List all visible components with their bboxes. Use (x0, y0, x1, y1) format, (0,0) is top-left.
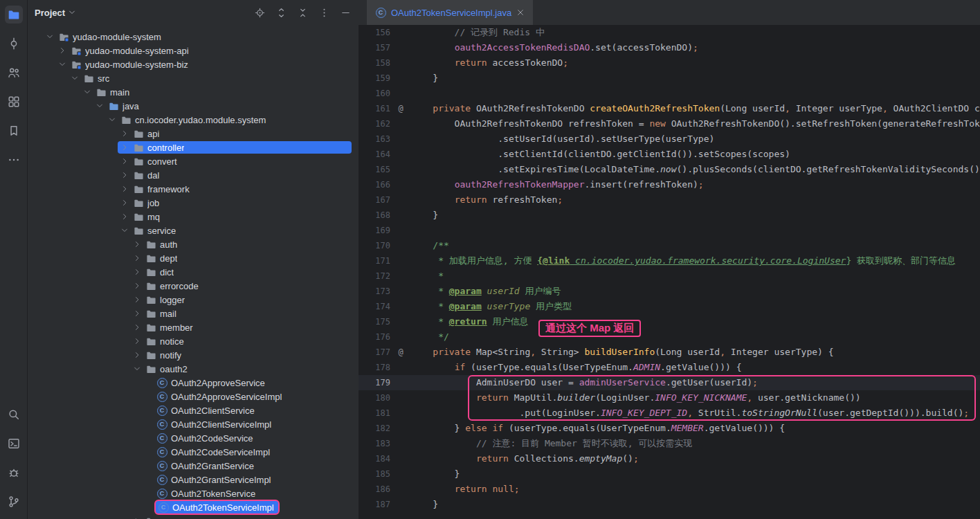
code-line[interactable]: 180 return MapUtil.builder(LoginUser.INF… (359, 390, 980, 406)
chevron-right-icon[interactable] (120, 129, 129, 138)
line-number[interactable]: 159 (359, 71, 390, 86)
code-line[interactable]: 166 oauth2RefreshTokenMapper.insert(refr… (359, 177, 980, 192)
line-number[interactable]: 161 (359, 101, 390, 116)
tree-item-notify[interactable]: notify (28, 348, 359, 362)
tree-item-mq[interactable]: mq (28, 210, 359, 224)
line-number[interactable]: 175 (359, 314, 390, 329)
code-line[interactable]: 183 // 注意: 目前 Member 暂时不读取, 可以按需实现 (359, 436, 980, 451)
chevron-right-icon[interactable] (132, 267, 142, 277)
code-line[interactable]: 185 } (359, 466, 980, 482)
line-number[interactable]: 187 (359, 497, 390, 512)
branch-icon[interactable] (5, 493, 23, 511)
tree-item[interactable] (28, 514, 359, 519)
tree-item-yudao-module-system[interactable]: yudao-module-system (28, 30, 359, 44)
terminal-icon[interactable] (5, 435, 23, 453)
chevron-down-icon[interactable] (45, 32, 55, 42)
tree-item-oauth2grantservice[interactable]: COAuth2GrantService (28, 459, 359, 473)
code-line[interactable]: 184 return Collections.emptyMap(); (359, 451, 980, 466)
tree-item-oauth2clientservice[interactable]: COAuth2ClientService (28, 403, 359, 417)
code-line[interactable]: 156 // 记录到 Redis 中 (359, 25, 980, 40)
code-line[interactable]: 169 (359, 223, 980, 238)
chevron-right-icon[interactable] (132, 309, 142, 318)
line-number[interactable]: 183 (359, 436, 390, 451)
code-line[interactable]: 164 .setClientId(clientDO.getClientId())… (359, 147, 980, 162)
line-number[interactable]: 169 (359, 223, 390, 238)
tree-item-framework[interactable]: framework (28, 182, 359, 196)
line-number[interactable]: 171 (359, 253, 390, 268)
code-line[interactable]: 176 */ (359, 329, 980, 345)
line-number[interactable]: 184 (359, 451, 390, 466)
chevron-down-icon[interactable] (132, 364, 142, 374)
tree-item-dal[interactable]: dal (28, 168, 359, 182)
tree-item-oauth2tokenservice[interactable]: COAuth2TokenService (28, 486, 359, 500)
commit-icon[interactable] (5, 35, 23, 53)
line-number[interactable]: 185 (359, 466, 390, 482)
code-line[interactable]: 163 .setUserId(userId).setUserType(userT… (359, 131, 980, 147)
tree-item-oauth2tokenserviceimpl[interactable]: COAuth2TokenServiceImpl (28, 500, 359, 514)
tree-item-api[interactable]: api (28, 127, 359, 140)
collapse-all-icon[interactable] (296, 6, 309, 19)
more-vertical-icon[interactable] (318, 6, 330, 19)
chevron-right-icon[interactable] (120, 170, 129, 180)
chevron-down-icon[interactable] (82, 87, 92, 97)
line-number[interactable]: 173 (359, 284, 390, 299)
tree-item-java[interactable]: java (28, 99, 359, 113)
line-number[interactable]: 186 (359, 482, 390, 497)
line-number[interactable]: 180 (359, 390, 390, 406)
line-number[interactable]: 162 (359, 116, 390, 131)
bookmarks-icon[interactable] (5, 122, 23, 140)
expand-all-icon[interactable] (275, 6, 287, 19)
line-number[interactable]: 166 (359, 177, 390, 192)
code-line[interactable]: 186 return null; (359, 482, 980, 497)
line-number[interactable]: 182 (359, 421, 390, 436)
tree-item-src[interactable]: src (28, 71, 359, 85)
line-number[interactable]: 179 (359, 375, 390, 390)
tree-item-oauth2codeservice[interactable]: COAuth2CodeService (28, 431, 359, 445)
code-line[interactable]: 170 /** (359, 238, 980, 253)
line-number[interactable]: 167 (359, 192, 390, 208)
close-icon[interactable] (516, 8, 525, 17)
project-icon[interactable] (5, 6, 23, 24)
tree-item-cn-iocoder-yudao-module-system[interactable]: cn.iocoder.yudao.module.system (28, 113, 359, 127)
line-number[interactable]: 160 (359, 86, 390, 101)
tree-item-dept[interactable]: dept (28, 251, 359, 265)
search-icon[interactable] (5, 406, 23, 424)
code-line[interactable]: 173 * @param userId 用户编号 (359, 284, 980, 299)
code-line[interactable]: 157 oauth2AccessTokenRedisDAO.set(access… (359, 40, 980, 55)
code-line[interactable]: 159 } (359, 71, 980, 86)
tree-item-yudao-module-system-biz[interactable]: yudao-module-system-biz (28, 57, 359, 71)
tree-item-oauth2clientserviceimpl[interactable]: COAuth2ClientServiceImpl (28, 417, 359, 431)
chevron-right-icon[interactable] (132, 295, 142, 304)
chevron-right-icon[interactable] (132, 336, 142, 346)
chevron-down-icon[interactable] (70, 73, 80, 83)
code-line[interactable]: 182 } else if (userType.equals(UserTypeE… (359, 421, 980, 436)
chevron-right-icon[interactable] (132, 516, 142, 519)
chevron-right-icon[interactable] (132, 253, 142, 263)
chevron-right-icon[interactable] (120, 143, 129, 152)
code-line[interactable]: 161@ private OAuth2RefreshTokenDO create… (359, 101, 980, 116)
code-line[interactable]: 179 AdminUserDO user = adminUserService.… (359, 375, 980, 390)
editor-tab-oauth2tokenserviceimpl[interactable]: C OAuth2TokenServiceImpl.java (367, 0, 533, 25)
code-line[interactable]: 160 (359, 86, 980, 101)
tree-item-controller[interactable]: controller (28, 140, 359, 154)
tree-item-oauth2codeserviceimpl[interactable]: COAuth2CodeServiceImpl (28, 445, 359, 459)
tree-item-mail[interactable]: mail (28, 307, 359, 320)
code-line[interactable]: 178 if (userType.equals(UserTypeEnum.ADM… (359, 360, 980, 375)
chevron-right-icon[interactable] (120, 156, 129, 166)
code-line[interactable]: 187 } (359, 497, 980, 512)
tree-item-dict[interactable]: dict (28, 265, 359, 279)
tree-item-auth[interactable]: auth (28, 237, 359, 251)
tree-item-main[interactable]: main (28, 85, 359, 99)
line-number[interactable]: 163 (359, 131, 390, 147)
code-line[interactable]: 174 * @param userType 用户类型 (359, 299, 980, 314)
tree-item-oauth2[interactable]: oauth2 (28, 362, 359, 376)
code-line[interactable]: 158 return accessTokenDO; (359, 55, 980, 71)
line-number[interactable]: 168 (359, 208, 390, 223)
tree-item-logger[interactable]: logger (28, 293, 359, 307)
code-line[interactable]: 167 return refreshToken; (359, 192, 980, 208)
line-number[interactable]: 174 (359, 299, 390, 314)
hide-icon[interactable] (339, 6, 352, 19)
code-line[interactable]: 162 OAuth2RefreshTokenDO refreshToken = … (359, 116, 980, 131)
chevron-right-icon[interactable] (120, 184, 129, 194)
line-number[interactable]: 157 (359, 40, 390, 55)
